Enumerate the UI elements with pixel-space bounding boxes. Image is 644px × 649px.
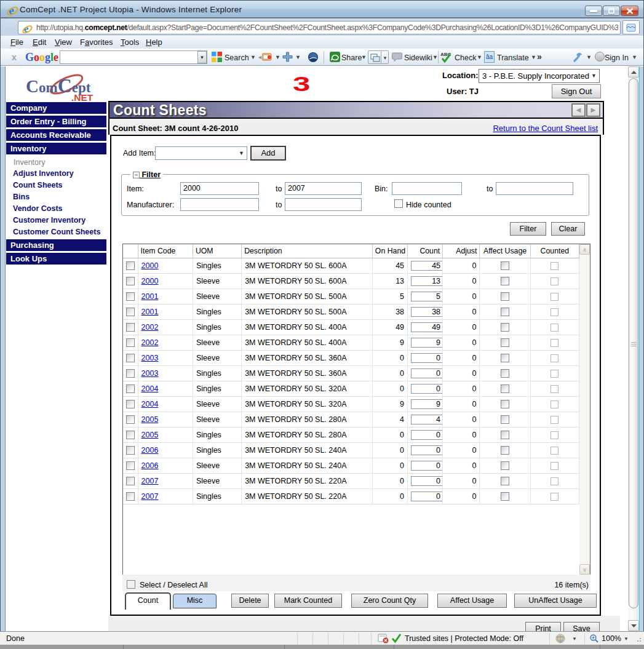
svg-text:.NET: .NET [71,92,93,102]
